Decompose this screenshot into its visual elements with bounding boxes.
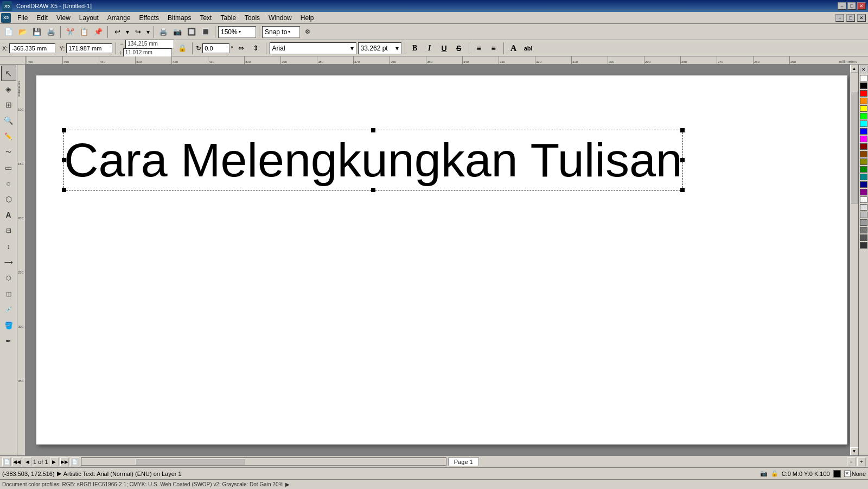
export-button[interactable]: 📷 [171,26,184,39]
page-icon-button[interactable]: 📄 [2,458,11,466]
app-maximize-button[interactable]: □ [846,14,855,22]
shape-tool[interactable]: ◈ [1,81,16,97]
color-swatch-gray5[interactable] [860,227,867,233]
undo-dropdown[interactable]: ▾ [125,28,130,36]
angle-input[interactable]: 0.0 [202,43,229,53]
color-swatch-gray1[interactable] [860,196,867,203]
page-1-tab[interactable]: Page 1 [448,458,479,466]
zoom-in-button[interactable]: + [857,458,866,466]
char-formatting-button[interactable]: A [507,42,520,55]
save-button[interactable]: 💾 [30,26,43,39]
menu-arrange[interactable]: Arrange [103,13,135,23]
mirror-h-button[interactable]: ⇔ [235,42,248,55]
color-swatch-gray2[interactable] [860,204,867,211]
menu-help[interactable]: Help [296,13,318,23]
blend-tool[interactable]: ⬡ [1,270,16,285]
first-page-button[interactable]: ◀◀ [12,458,21,466]
text-object[interactable]: Cara Melengkungkan Tulisan [63,130,683,190]
app-minimize-button[interactable]: − [835,14,844,22]
zoom-dropdown[interactable]: 150% ▾ [218,26,256,38]
handle-bottom-middle[interactable] [371,188,375,192]
color-swatch-darkorange[interactable] [860,151,867,157]
app-close-button[interactable]: ✕ [857,14,866,22]
italic-button[interactable]: I [423,42,436,55]
handle-top-left[interactable] [62,128,66,132]
undo-button[interactable]: ↩ [111,26,124,39]
prev-page-button[interactable]: ◀ [23,458,31,466]
color-swatch-green[interactable] [860,113,867,119]
handle-middle-right[interactable] [680,158,685,162]
titlebar-controls[interactable]: − □ ✕ [838,2,866,10]
menu-effects[interactable]: Effects [135,13,163,23]
height-input[interactable]: 11.012 mm [123,48,172,57]
font-size-dropdown[interactable]: 33.262 pt ▾ [358,42,401,54]
color-swatch-red[interactable] [860,90,867,97]
color-swatch-gray7[interactable] [860,242,867,249]
connector-tool[interactable]: ⟶ [1,255,16,270]
handle-top-middle[interactable] [371,128,375,132]
fill-tool[interactable]: 🪣 [1,317,16,333]
color-swatch-yellow[interactable] [860,105,867,112]
width-input[interactable]: 134.215 mm [125,40,174,48]
maximize-button[interactable]: □ [847,2,856,10]
color-swatch-gray4[interactable] [860,219,867,226]
copy-button[interactable]: 📋 [78,26,91,39]
color-swatch-cyan[interactable] [860,120,867,127]
menu-file[interactable]: File [13,13,32,23]
minimize-button[interactable]: − [838,2,846,10]
options-button[interactable]: 🔳 [199,26,212,39]
rectangle-tool[interactable]: ▭ [1,160,16,175]
color-swatch-black[interactable] [860,82,867,89]
scroll-h-thumb[interactable] [136,459,245,465]
menu-bitmaps[interactable]: Bitmaps [163,13,195,23]
new-button[interactable]: 📄 [2,26,15,39]
scrollbar-vertical[interactable]: ▲ ▼ [850,65,858,455]
align-center-button[interactable]: ≡ [487,42,500,55]
dimension-tool[interactable]: ↨ [1,239,16,254]
paragraph-formatting-button[interactable]: abl [522,42,535,55]
color-swatch-gray6[interactable] [860,234,867,241]
outline-tool[interactable]: ✒ [1,333,16,348]
bold-button[interactable]: B [409,42,422,55]
import-button[interactable]: 🖨️ [157,26,170,39]
menu-tools[interactable]: Tools [240,13,264,23]
handle-bottom-left[interactable] [62,188,66,192]
crop-tool[interactable]: ⊞ [1,97,16,112]
freehand-tool[interactable]: ✏️ [1,129,16,144]
underline-button[interactable]: U [438,42,451,55]
snap-dropdown[interactable]: Snap to ▾ [262,26,300,38]
lock-ratio-button[interactable]: 🔒 [176,42,189,55]
color-swatch-magenta[interactable] [860,136,867,142]
menu-table[interactable]: Table [216,13,240,23]
menu-view[interactable]: View [52,13,75,23]
handle-middle-left[interactable] [62,158,66,162]
strikethrough-button[interactable]: S [452,42,465,55]
cut-button[interactable]: ✂️ [63,26,76,39]
next-page-button[interactable]: ▶ [50,458,59,466]
print-button[interactable]: 🖨️ [44,26,58,39]
smart-drawing-tool[interactable]: 〜 [1,144,16,160]
table-tool[interactable]: ⊟ [1,223,16,238]
color-swatch-purple[interactable] [860,189,867,195]
publish-button[interactable]: 🔲 [185,26,198,39]
no-fill-swatch[interactable]: ✕ [860,66,867,73]
zoom-out-button[interactable]: − [847,458,856,466]
color-swatch-navy[interactable] [860,181,867,188]
color-swatch-teal[interactable] [860,174,867,180]
text-tool[interactable]: A [1,207,16,223]
font-dropdown[interactable]: Arial ▾ [270,42,356,54]
select-tool[interactable]: ↖ [1,66,16,81]
color-swatch-gray3[interactable] [860,212,867,218]
scrollbar-horizontal[interactable] [81,458,446,466]
polygon-tool[interactable]: ⬡ [1,192,16,207]
scroll-up-button[interactable]: ▲ [850,65,858,73]
menu-layout[interactable]: Layout [75,13,103,23]
menu-window[interactable]: Window [264,13,296,23]
eyedropper-tool[interactable]: 💉 [1,302,16,317]
mirror-v-button[interactable]: ⇕ [250,42,263,55]
ellipse-tool[interactable]: ○ [1,176,16,191]
color-swatch-olive[interactable] [860,158,867,165]
menu-text[interactable]: Text [195,13,216,23]
open-button[interactable]: 📂 [16,26,29,39]
color-swatch-darkgreen[interactable] [860,166,867,173]
